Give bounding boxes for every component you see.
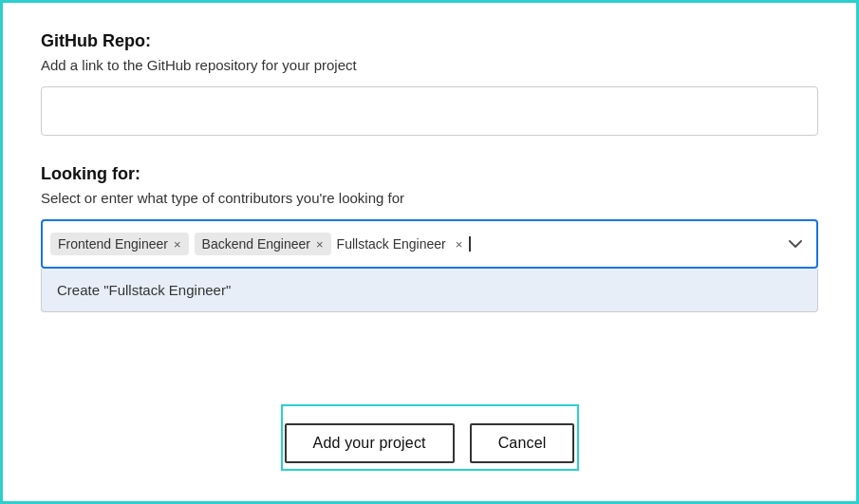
looking-for-section: Looking for: Select or enter what type o… (41, 164, 818, 404)
add-project-button[interactable]: Add your project (285, 423, 455, 463)
looking-for-description: Select or enter what type of contributor… (41, 190, 818, 206)
tags-dropdown-wrapper: Frontend Engineer × Backend Engineer × F… (41, 219, 818, 269)
looking-for-label: Looking for: (41, 164, 818, 184)
tag-chip-backend: Backend Engineer × (195, 233, 331, 255)
tag-remove-frontend[interactable]: × (174, 238, 181, 251)
tag-remove-backend[interactable]: × (316, 238, 324, 251)
tag-label-backend: Backend Engineer (202, 236, 310, 252)
github-section: GitHub Repo: Add a link to the GitHub re… (41, 31, 818, 136)
dropdown-menu: Create "Fullstack Engineer" (41, 269, 818, 312)
github-description: Add a link to the GitHub repository for … (41, 57, 818, 73)
modal-container: GitHub Repo: Add a link to the GitHub re… (0, 0, 859, 504)
dropdown-create-item[interactable]: Create "Fullstack Engineer" (42, 269, 817, 311)
github-label: GitHub Repo: (41, 31, 818, 51)
chevron-down-icon (788, 236, 803, 252)
tag-text-value: Fullstack Engineer (337, 236, 446, 252)
tags-input-box[interactable]: Frontend Engineer × Backend Engineer × F… (41, 219, 818, 269)
cancel-button[interactable]: Cancel (470, 423, 575, 463)
dropdown-arrow-button[interactable] (782, 233, 809, 255)
github-input[interactable] (41, 86, 818, 136)
tag-chip-frontend: Frontend Engineer × (50, 233, 189, 255)
button-row-wrapper: Add your project Cancel (41, 404, 818, 463)
button-row: Add your project Cancel (41, 423, 818, 463)
tag-remove-fullstack[interactable]: × (456, 238, 463, 251)
text-cursor (469, 236, 471, 252)
tag-label-frontend: Frontend Engineer (58, 236, 168, 252)
